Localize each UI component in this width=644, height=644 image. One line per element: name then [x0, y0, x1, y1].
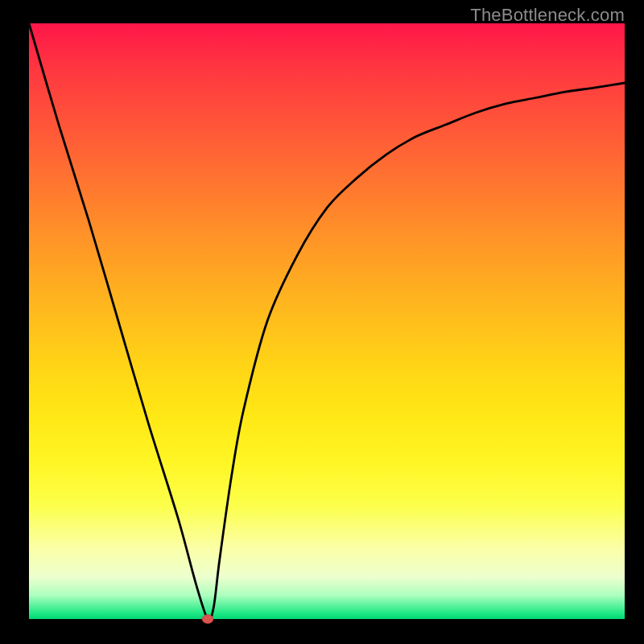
optimal-point-marker [202, 615, 213, 624]
bottleneck-curve [29, 23, 625, 620]
chart-plot-area [29, 23, 625, 619]
chart-svg [29, 23, 625, 619]
watermark-text: TheBottleneck.com [470, 5, 625, 26]
chart-container: TheBottleneck.com [0, 0, 644, 644]
